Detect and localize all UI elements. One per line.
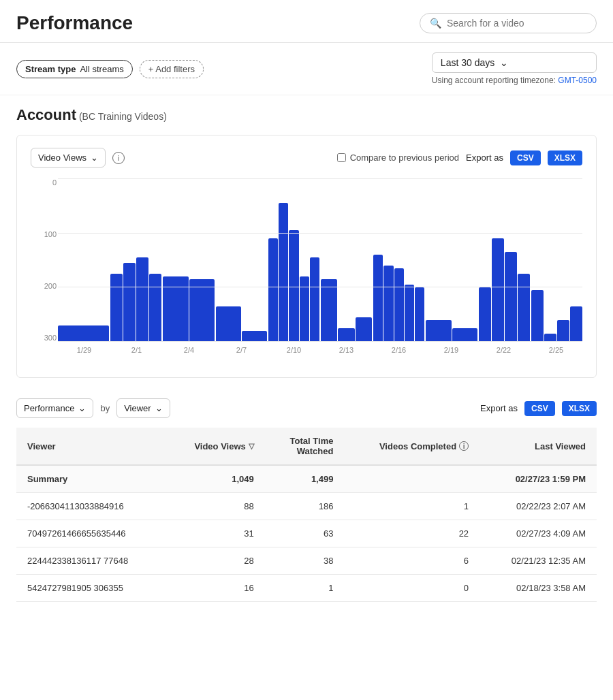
bar[interactable] [58,325,109,342]
viewer-cell[interactable]: 224442338136117 77648 [16,547,166,575]
x-label: 2/19 [425,346,477,354]
bar[interactable] [321,279,337,342]
bar[interactable] [123,263,136,342]
viewer-cell[interactable]: 70497261466655635446 [16,520,166,547]
x-label: 2/10 [268,346,320,354]
performance-dropdown[interactable]: Performance ⌄ [16,398,93,418]
bar-group [110,257,161,342]
bar[interactable] [531,290,544,342]
account-title: Account [16,106,76,123]
bar[interactable] [338,328,354,342]
bar[interactable] [570,306,582,342]
x-label: 2/25 [530,346,582,354]
add-filters-button[interactable]: + Add filters [140,60,204,78]
sort-icon: ▽ [249,442,254,451]
video-views-cell: 31 [166,520,264,547]
bar[interactable] [300,276,309,342]
table-row: 70497261466655635446 31 63 22 02/27/23 4… [16,520,597,547]
chevron-down-icon: ⌄ [78,403,86,413]
videos-completed-cell: 1 [344,493,480,520]
y-axis: 300 200 100 0 [31,178,57,342]
search-box[interactable]: 🔍 [420,13,597,33]
stream-type-value: All streams [80,64,123,74]
total-time-cell: 186 [265,493,345,520]
info-icon[interactable]: i [112,152,125,164]
th-total-time: Total TimeWatched [265,428,345,465]
search-input[interactable] [447,18,586,29]
table-wrapper: Viewer Video Views ▽ Total TimeWatched V… [0,428,613,618]
timezone-link[interactable]: GMT-0500 [558,76,597,85]
last-viewed-cell: 02/27/23 4:09 AM [480,520,597,547]
bar[interactable] [279,203,288,342]
bar[interactable] [310,257,319,342]
performance-label: Performance [24,403,74,413]
bar[interactable] [505,252,517,342]
x-axis: 1/292/12/42/72/102/132/162/192/222/25 [31,346,582,354]
bar[interactable] [110,274,123,342]
videos-completed-cell: 0 [344,575,480,602]
last-viewed-cell: 02/21/23 12:35 AM [480,547,597,575]
bar[interactable] [242,331,267,342]
x-label: 2/16 [373,346,425,354]
bar[interactable] [557,320,569,342]
videos-completed-info-icon[interactable]: i [459,441,469,451]
filters-row: Stream type All streams + Add filters La… [0,43,613,95]
data-table: Viewer Video Views ▽ Total TimeWatched V… [16,428,597,602]
filters-left: Stream type All streams + Add filters [16,60,204,78]
x-label: 2/1 [110,346,163,354]
stream-type-label: Stream type [25,64,76,74]
bar[interactable] [492,238,504,342]
video-views-cell: 16 [166,575,264,602]
compare-label[interactable]: Compare to previous period [337,153,459,163]
th-video-views[interactable]: Video Views ▽ [166,428,264,465]
compare-checkbox[interactable] [337,153,346,162]
table-row: 5424727981905 306355 16 1 0 02/18/23 3:5… [16,575,597,602]
bar[interactable] [216,306,241,342]
page-header: Performance 🔍 [0,0,613,43]
bar[interactable] [452,328,477,342]
table-export-csv-button[interactable]: CSV [524,401,555,416]
search-icon: 🔍 [430,18,441,29]
bar[interactable] [163,276,188,342]
bar[interactable] [189,279,215,342]
chevron-down-icon: ⌄ [91,153,98,163]
total-time-cell: 63 [265,520,345,547]
table-export-xlsx-button[interactable]: XLSX [562,401,597,416]
viewer-cell[interactable]: -2066304113033884916 [16,493,166,520]
bar[interactable] [356,317,372,342]
viewer-dropdown[interactable]: Viewer ⌄ [116,398,170,418]
viewer-cell[interactable]: 5424727981905 306355 [16,575,166,602]
metric-dropdown[interactable]: Video Views ⌄ [31,148,106,168]
by-label: by [100,403,110,413]
bar[interactable] [383,266,393,342]
table-header-row: Viewer Video Views ▽ Total TimeWatched V… [16,428,597,465]
stream-type-filter[interactable]: Stream type All streams [16,60,133,78]
bar[interactable] [426,320,451,342]
compare-text: Compare to previous period [350,153,459,163]
bar[interactable] [149,274,161,342]
bar[interactable] [394,268,404,342]
bar-group [163,276,214,342]
bar[interactable] [289,230,298,342]
chart-top: Video Views ⌄ i Compare to previous peri… [31,148,582,168]
bar[interactable] [415,287,424,342]
bar[interactable] [479,287,491,342]
bar-chart-inner: 300 200 100 0 [31,178,582,342]
export-xlsx-button[interactable]: XLSX [548,150,582,165]
chevron-down-icon: ⌄ [155,403,163,413]
bar[interactable] [136,257,148,342]
bar[interactable] [518,274,530,342]
bar-group [373,255,424,342]
x-label: 2/13 [320,346,373,354]
bar[interactable] [373,255,383,342]
date-range-dropdown[interactable]: Last 30 days ⌄ [432,52,597,73]
bar[interactable] [405,285,414,342]
export-csv-button[interactable]: CSV [510,150,541,165]
bar[interactable] [544,334,556,342]
bar[interactable] [268,238,278,342]
page-title: Performance [16,12,133,34]
summary-row: Summary 1,049 1,499 02/27/23 1:59 PM [16,465,597,493]
total-time-cell: 38 [265,547,345,575]
bar-group [531,290,582,342]
th-viewer: Viewer [16,428,166,465]
